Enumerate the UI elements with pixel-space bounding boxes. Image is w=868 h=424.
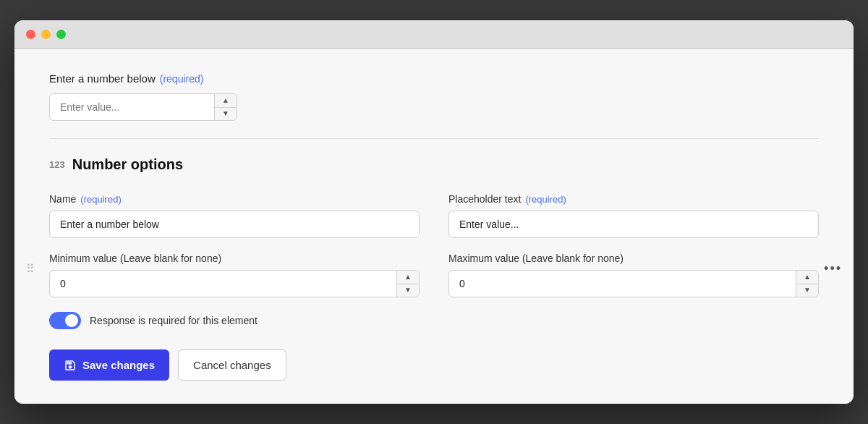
toggle-row: Response is required for this element <box>49 312 819 329</box>
min-input-wrapper: ▲ ▼ <box>49 270 420 297</box>
cancel-button[interactable]: Cancel changes <box>178 349 286 381</box>
max-spinner: ▲ ▼ <box>796 271 818 297</box>
toggle-label: Response is required for this element <box>90 315 258 326</box>
preview-label: Enter a number below <box>49 72 156 85</box>
main-content: Enter a number below (required) ▲ ▼ ⠿ ••… <box>14 49 854 404</box>
placeholder-required-badge: (required) <box>525 194 566 205</box>
section-title: Number options <box>72 156 183 173</box>
preview-label-row: Enter a number below (required) <box>49 72 819 85</box>
preview-section: Enter a number below (required) ▲ ▼ <box>49 72 819 139</box>
save-button[interactable]: Save changes <box>49 349 169 381</box>
max-label: Maximum value (Leave blank for none) <box>448 253 819 264</box>
max-input-wrapper: ▲ ▼ <box>448 270 819 297</box>
placeholder-input[interactable] <box>448 211 819 238</box>
more-menu-icon[interactable]: ••• <box>824 261 842 276</box>
max-spinner-down[interactable]: ▼ <box>796 284 818 297</box>
min-spinner-up[interactable]: ▲ <box>397 271 419 284</box>
preview-spinner: ▲ ▼ <box>214 94 237 120</box>
min-value-group: Minimum value (Leave blank for none) ▲ ▼ <box>49 253 420 297</box>
action-buttons: Save changes Cancel changes <box>49 349 819 381</box>
min-value-input[interactable] <box>50 271 396 297</box>
options-section: ⠿ ••• 123 Number options Name (required) <box>49 156 819 381</box>
section-header: 123 Number options <box>49 156 819 173</box>
max-spinner-up[interactable]: ▲ <box>796 271 818 284</box>
minimize-button[interactable] <box>41 30 51 39</box>
titlebar <box>14 20 854 49</box>
name-label: Name <box>49 193 76 205</box>
name-group: Name (required) <box>49 193 420 238</box>
close-button[interactable] <box>26 30 35 39</box>
toggle-slider <box>49 312 81 329</box>
preview-input-wrapper: ▲ ▼ <box>49 93 237 121</box>
max-value-input[interactable] <box>449 271 796 297</box>
placeholder-label-row: Placeholder text (required) <box>448 193 819 205</box>
save-icon <box>64 359 77 372</box>
section-number-icon: 123 <box>49 159 65 170</box>
preview-required-badge: (required) <box>160 73 204 85</box>
required-toggle[interactable] <box>49 312 81 329</box>
max-value-group: Maximum value (Leave blank for none) ▲ ▼ <box>448 253 819 297</box>
preview-spinner-up[interactable]: ▲ <box>215 94 237 108</box>
preview-number-input[interactable] <box>50 94 214 120</box>
name-required-badge: (required) <box>80 194 121 205</box>
cancel-label: Cancel changes <box>193 359 271 371</box>
placeholder-label: Placeholder text <box>448 193 521 205</box>
min-label: Minimum value (Leave blank for none) <box>49 253 420 264</box>
name-input[interactable] <box>49 211 420 238</box>
preview-spinner-down[interactable]: ▼ <box>215 108 237 121</box>
drag-handle-icon[interactable]: ⠿ <box>26 262 35 276</box>
min-spinner: ▲ ▼ <box>396 271 419 297</box>
name-label-row: Name (required) <box>49 193 420 205</box>
app-window: Enter a number below (required) ▲ ▼ ⠿ ••… <box>14 20 854 404</box>
maximize-button[interactable] <box>56 30 66 39</box>
min-spinner-down[interactable]: ▼ <box>397 284 419 297</box>
form-grid: Name (required) Placeholder text (requir… <box>49 193 819 297</box>
save-label: Save changes <box>82 359 155 371</box>
placeholder-group: Placeholder text (required) <box>448 193 819 238</box>
